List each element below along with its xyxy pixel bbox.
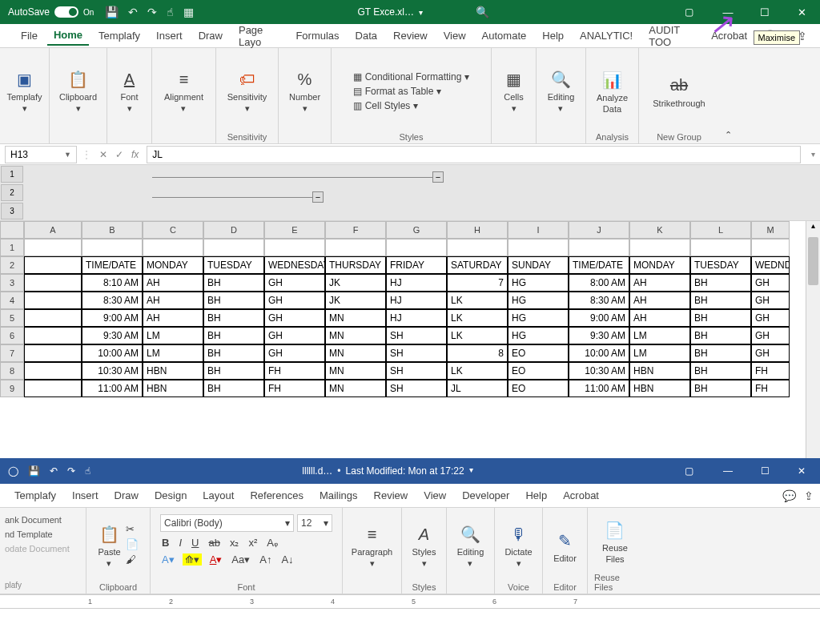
cell[interactable]: EO bbox=[508, 380, 569, 397]
cell[interactable]: BH bbox=[203, 362, 264, 380]
format-painter-icon[interactable]: 🖌 bbox=[126, 553, 139, 566]
cell[interactable]: BH bbox=[203, 327, 264, 344]
word-tab-help[interactable]: Help bbox=[525, 489, 547, 501]
cell[interactable]: BH bbox=[690, 309, 751, 327]
fx-icon[interactable]: fx bbox=[131, 149, 139, 160]
cell[interactable]: FRIDAY bbox=[386, 256, 447, 274]
row-header-8[interactable]: 8 bbox=[0, 362, 24, 380]
cut-icon[interactable]: ✂ bbox=[126, 523, 139, 535]
word-maximize-button[interactable]: ☐ bbox=[746, 458, 783, 484]
col-header-A[interactable]: A bbox=[24, 221, 82, 239]
cell[interactable] bbox=[24, 344, 82, 362]
paste-button[interactable]: 📋Paste▾ bbox=[98, 523, 120, 569]
bold-button[interactable]: B bbox=[160, 537, 171, 549]
blank-document-item[interactable]: ank Document bbox=[3, 513, 82, 527]
word-styles-button[interactable]: AStyles▾ bbox=[412, 523, 436, 569]
excel-tab-acrobat[interactable]: Acrobat bbox=[705, 26, 754, 45]
cell[interactable]: EO bbox=[508, 344, 569, 362]
cell[interactable] bbox=[24, 256, 82, 274]
excel-tab-review[interactable]: Review bbox=[387, 26, 434, 45]
cell[interactable] bbox=[24, 292, 82, 309]
cell[interactable]: 10:30 AM bbox=[569, 362, 629, 380]
highlight-button[interactable]: ⟰▾ bbox=[183, 553, 202, 566]
cell[interactable]: MN bbox=[325, 362, 386, 380]
cell[interactable] bbox=[24, 380, 82, 397]
excel-doc-title[interactable]: GT Exce.xl… ▾ 🔍 bbox=[194, 6, 685, 18]
cell[interactable]: HJ bbox=[386, 309, 447, 327]
cell[interactable] bbox=[508, 239, 569, 256]
cell[interactable]: LK bbox=[447, 327, 508, 344]
cell[interactable] bbox=[203, 239, 264, 256]
cell[interactable]: AH bbox=[143, 292, 203, 309]
font-color-button[interactable]: A▾ bbox=[208, 553, 224, 566]
cell[interactable]: LK bbox=[447, 362, 508, 380]
excel-tab-formulas[interactable]: Formulas bbox=[289, 26, 345, 45]
cell[interactable]: 11:00 AM bbox=[82, 380, 143, 397]
cell[interactable] bbox=[386, 239, 447, 256]
cell[interactable]: LM bbox=[629, 344, 690, 362]
excel-tab-view[interactable]: View bbox=[437, 26, 472, 45]
word-tab-references[interactable]: References bbox=[250, 489, 303, 501]
cell[interactable]: 8:30 AM bbox=[569, 292, 629, 309]
font-button[interactable]: AFont▾ bbox=[119, 68, 141, 114]
cell[interactable]: MN bbox=[325, 309, 386, 327]
cell[interactable]: SH bbox=[386, 380, 447, 397]
enter-formula-icon[interactable]: ✓ bbox=[115, 149, 123, 160]
maximize-button[interactable]: ☐ bbox=[746, 0, 783, 24]
cell[interactable]: HJ bbox=[386, 274, 447, 292]
cells-button[interactable]: ▦Cells▾ bbox=[503, 68, 525, 114]
cell[interactable]: LK bbox=[447, 292, 508, 309]
word-tab-mailings[interactable]: Mailings bbox=[320, 489, 358, 501]
cell[interactable]: LM bbox=[143, 344, 203, 362]
col-header-E[interactable]: E bbox=[264, 221, 325, 239]
cell[interactable] bbox=[569, 239, 629, 256]
editor-button[interactable]: ✎Editor bbox=[553, 529, 577, 563]
cancel-formula-icon[interactable]: ✕ bbox=[99, 149, 107, 160]
word-tab-developer[interactable]: Developer bbox=[462, 489, 509, 501]
cell[interactable]: WEDNESDAY bbox=[264, 256, 325, 274]
word-close-button[interactable]: ✕ bbox=[783, 458, 820, 484]
cell[interactable]: AH bbox=[143, 309, 203, 327]
col-header-D[interactable]: D bbox=[203, 221, 264, 239]
cell[interactable] bbox=[325, 239, 386, 256]
row-header-5[interactable]: 5 bbox=[0, 309, 24, 327]
excel-tab-templafy[interactable]: Templafy bbox=[92, 26, 147, 45]
cell[interactable]: BH bbox=[690, 327, 751, 344]
cell[interactable]: LM bbox=[629, 327, 690, 344]
excel-tab-insert[interactable]: Insert bbox=[150, 26, 189, 45]
cell[interactable]: HBN bbox=[629, 362, 690, 380]
cell[interactable]: LM bbox=[143, 327, 203, 344]
word-tab-draw[interactable]: Draw bbox=[115, 489, 139, 501]
undo-icon[interactable]: ↶ bbox=[128, 6, 138, 18]
outline-collapse-2[interactable]: − bbox=[312, 191, 324, 203]
excel-tab-draw[interactable]: Draw bbox=[192, 26, 229, 45]
cell[interactable] bbox=[24, 362, 82, 380]
strikethrough-button[interactable]: ab bbox=[207, 537, 221, 549]
cell[interactable]: 10:00 AM bbox=[569, 344, 629, 362]
row-header-7[interactable]: 7 bbox=[0, 344, 24, 362]
subscript-button[interactable]: x₂ bbox=[228, 537, 241, 549]
col-header-L[interactable]: L bbox=[690, 221, 751, 239]
word-save-icon[interactable]: 💾 bbox=[28, 465, 40, 477]
cell[interactable]: TIME/DATE bbox=[569, 256, 629, 274]
cell[interactable]: 8:00 AM bbox=[569, 274, 629, 292]
cell[interactable]: GH bbox=[751, 309, 790, 327]
cell[interactable]: JK bbox=[325, 292, 386, 309]
cell[interactable]: TUESDAY bbox=[203, 256, 264, 274]
cell[interactable]: FH bbox=[751, 380, 790, 397]
strikethrough-button[interactable]: abStrikethrough bbox=[653, 74, 705, 108]
cell[interactable]: HG bbox=[508, 292, 569, 309]
excel-tab-analytic![interactable]: ANALYTIC! bbox=[573, 26, 639, 45]
cell[interactable]: WEDNDAY bbox=[751, 256, 790, 274]
cell[interactable]: TIME/DATE bbox=[82, 256, 143, 274]
search-icon[interactable]: 🔍 bbox=[476, 6, 489, 18]
cell[interactable] bbox=[24, 309, 82, 327]
outline-level-3[interactable]: 3 bbox=[1, 203, 23, 219]
cell[interactable]: 8:30 AM bbox=[82, 292, 143, 309]
cell[interactable]: MONDAY bbox=[143, 256, 203, 274]
cell[interactable]: AH bbox=[629, 292, 690, 309]
cell[interactable]: GH bbox=[751, 292, 790, 309]
sensitivity-button[interactable]: 🏷Sensitivity▾ bbox=[227, 68, 267, 114]
cell[interactable]: GH bbox=[751, 327, 790, 344]
row-header-1[interactable]: 1 bbox=[0, 239, 24, 256]
